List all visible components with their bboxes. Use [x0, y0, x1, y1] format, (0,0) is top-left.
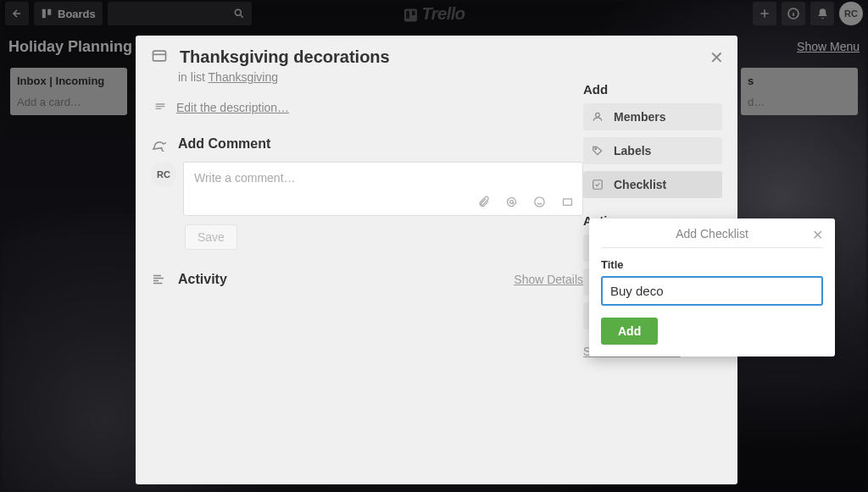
comment-icon — [151, 136, 170, 152]
svg-rect-10 — [564, 199, 572, 206]
labels-icon — [592, 145, 605, 157]
emoji-icon[interactable] — [533, 196, 546, 208]
add-section-heading: Add — [583, 82, 722, 97]
add-checklist-popover: Add Checklist ✕ Title Add — [589, 218, 835, 357]
activity-icon — [151, 272, 170, 287]
save-comment-button[interactable]: Save — [185, 224, 237, 250]
members-button[interactable]: Members — [583, 103, 722, 130]
svg-rect-13 — [593, 180, 603, 190]
description-icon — [151, 101, 170, 114]
checklist-title-label: Title — [601, 258, 823, 271]
mention-icon[interactable] — [505, 196, 518, 208]
close-modal-button[interactable]: ✕ — [709, 47, 724, 68]
labels-button[interactable]: Labels — [583, 137, 722, 164]
card-icon — [151, 47, 171, 64]
commenter-avatar: RC — [151, 162, 176, 187]
svg-point-11 — [596, 113, 600, 117]
add-comment-heading: Add Comment — [178, 136, 270, 152]
show-details-link[interactable]: Show Details — [514, 273, 583, 286]
comment-placeholder: Write a comment… — [194, 171, 572, 185]
members-icon — [592, 111, 605, 123]
svg-point-12 — [595, 148, 597, 150]
card-title[interactable]: Thanksgiving decorations — [180, 47, 390, 67]
checklist-button[interactable]: Checklist — [583, 171, 722, 198]
svg-point-9 — [535, 197, 544, 207]
checklist-icon — [592, 179, 605, 191]
svg-rect-7 — [153, 51, 166, 61]
list-link[interactable]: Thanksgiving — [209, 70, 279, 84]
edit-description-link[interactable]: Edit the description… — [176, 101, 289, 114]
checklist-title-input[interactable] — [601, 276, 823, 306]
card-preview-icon[interactable] — [561, 196, 574, 208]
attachment-icon[interactable] — [477, 196, 490, 208]
close-popover-button[interactable]: ✕ — [812, 227, 823, 243]
activity-heading: Activity — [178, 272, 227, 287]
popover-title: Add Checklist — [676, 227, 748, 240]
comment-input[interactable]: Write a comment… — [183, 162, 583, 216]
add-checklist-button[interactable]: Add — [601, 318, 658, 345]
